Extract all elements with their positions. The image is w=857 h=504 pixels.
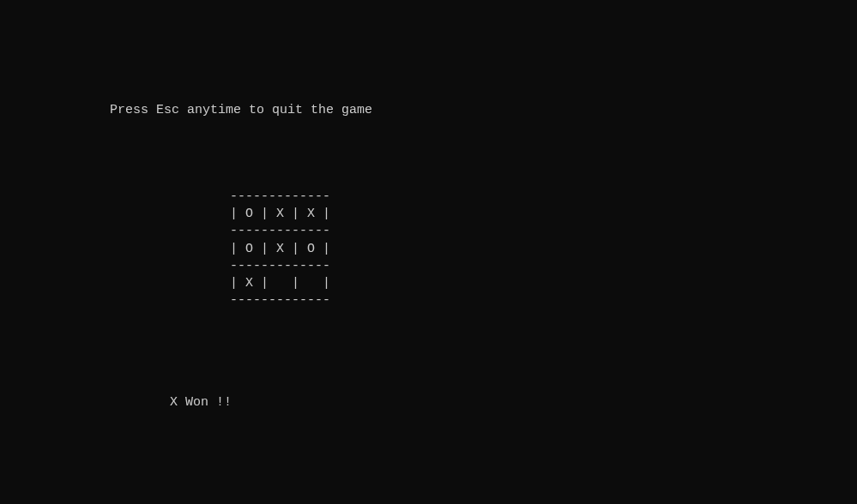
board-separator: ------------- <box>230 259 330 273</box>
terminal-output: Press Esc anytime to quit the game -----… <box>0 69 857 429</box>
board-row-2: | X | | | <box>230 276 330 291</box>
board-separator: ------------- <box>230 224 330 238</box>
board-row-0: | O | X | X | <box>230 207 330 221</box>
game-result: X Won !! <box>110 377 857 412</box>
board-row-1: | O | X | O | <box>230 242 330 256</box>
game-board: ------------- | O | X | X | ------------… <box>110 171 857 310</box>
winner-message: X Won !! <box>170 395 232 410</box>
board-separator: ------------- <box>230 189 330 204</box>
quit-instruction: Press Esc anytime to quit the game <box>110 103 372 117</box>
board-separator: ------------- <box>230 293 330 308</box>
